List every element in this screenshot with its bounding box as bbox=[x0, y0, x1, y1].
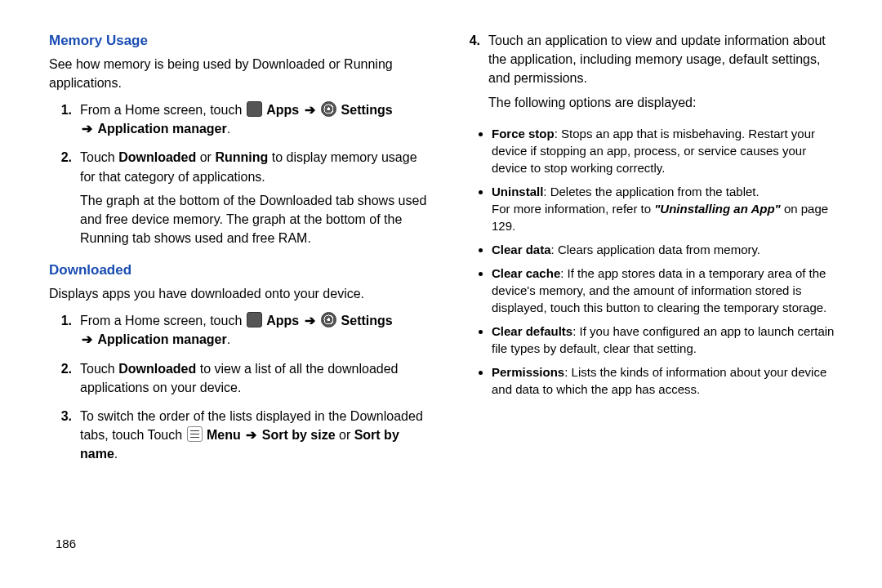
step-body: To switch the order of the lists display… bbox=[80, 407, 433, 469]
step-number: 2. bbox=[49, 359, 80, 402]
apps-label: Apps bbox=[266, 314, 299, 327]
settings-icon bbox=[321, 312, 336, 327]
step-number: 4. bbox=[457, 31, 488, 117]
step-body: Touch Downloaded to view a list of all t… bbox=[80, 359, 433, 402]
options-list: Force stop: Stops an app that is misbeha… bbox=[457, 125, 841, 398]
text: Touch an application to view and update … bbox=[488, 31, 841, 88]
list-item: Uninstall: Deletes the application from … bbox=[492, 183, 841, 234]
text: or bbox=[196, 150, 215, 164]
downloaded-label: Downloaded bbox=[118, 362, 196, 376]
step-body: Touch Downloaded or Running to display m… bbox=[80, 148, 433, 252]
menu-label: Menu bbox=[207, 428, 241, 442]
step-number: 2. bbox=[49, 148, 80, 252]
text: From a Home screen, touch bbox=[80, 314, 246, 327]
reference-title: "Uninstalling an App" bbox=[654, 202, 781, 216]
arrow-icon: ➔ bbox=[303, 314, 317, 327]
step-number: 3. bbox=[49, 407, 80, 469]
clear-cache-label: Clear cache bbox=[492, 266, 560, 280]
clear-defaults-label: Clear defaults bbox=[492, 324, 572, 338]
arrow-icon: ➔ bbox=[244, 428, 258, 442]
downloaded-intro: Displays apps you have downloaded onto y… bbox=[49, 284, 433, 303]
sort-size-label: Sort by size bbox=[262, 428, 336, 442]
right-steps: 4. Touch an application to view and upda… bbox=[457, 31, 841, 117]
permissions-label: Permissions bbox=[492, 365, 564, 379]
text: The graph at the bottom of the Downloade… bbox=[80, 191, 433, 248]
downloaded-steps: 1. From a Home screen, touch Apps ➔ Sett… bbox=[49, 311, 433, 468]
appmgr-label: Application manager bbox=[97, 332, 226, 346]
list-item: Clear data: Clears application data from… bbox=[492, 241, 841, 258]
list-item: Force stop: Stops an app that is misbeha… bbox=[492, 125, 841, 176]
settings-icon bbox=[321, 101, 336, 117]
text: : Deletes the application from the table… bbox=[543, 185, 759, 198]
arrow-icon: ➔ bbox=[303, 103, 317, 117]
heading-memory-usage: Memory Usage bbox=[49, 31, 433, 51]
clear-data-label: Clear data bbox=[492, 243, 551, 256]
apps-label: Apps bbox=[266, 103, 299, 117]
page-number: 186 bbox=[56, 537, 76, 550]
apps-icon bbox=[247, 101, 262, 117]
memory-steps: 1. From a Home screen, touch Apps ➔ Sett… bbox=[49, 100, 433, 252]
settings-label: Settings bbox=[341, 103, 393, 117]
list-item: Clear defaults: If you have configured a… bbox=[492, 323, 841, 357]
step-body: Touch an application to view and update … bbox=[488, 31, 841, 117]
memory-intro: See how memory is being used by Download… bbox=[49, 55, 433, 92]
downloaded-label: Downloaded bbox=[118, 150, 196, 164]
arrow-icon: ➔ bbox=[80, 332, 94, 346]
text: or bbox=[336, 428, 354, 442]
text: The following options are displayed: bbox=[488, 93, 841, 112]
arrow-icon: ➔ bbox=[80, 122, 94, 136]
step-number: 1. bbox=[49, 100, 80, 143]
left-column: Memory Usage See how memory is being use… bbox=[49, 31, 433, 506]
text: : Clears application data from memory. bbox=[551, 243, 761, 256]
running-label: Running bbox=[215, 150, 268, 164]
step-body: From a Home screen, touch Apps ➔ Setting… bbox=[80, 100, 433, 143]
text: Touch bbox=[80, 150, 118, 164]
text: From a Home screen, touch bbox=[80, 103, 246, 117]
appmgr-label: Application manager bbox=[97, 122, 226, 136]
menu-icon bbox=[187, 426, 203, 442]
heading-downloaded: Downloaded bbox=[49, 261, 433, 281]
text: Touch bbox=[80, 362, 118, 376]
list-item: Permissions: Lists the kinds of informat… bbox=[492, 363, 841, 398]
step-body: From a Home screen, touch Apps ➔ Setting… bbox=[80, 311, 433, 354]
text: For more information, refer to bbox=[492, 202, 654, 216]
manual-page: Memory Usage See how memory is being use… bbox=[0, 0, 882, 523]
step-number: 1. bbox=[49, 311, 80, 354]
list-item: Clear cache: If the app stores data in a… bbox=[492, 265, 841, 316]
uninstall-label: Uninstall bbox=[492, 185, 543, 198]
right-column: 4. Touch an application to view and upda… bbox=[457, 31, 841, 506]
force-stop-label: Force stop bbox=[492, 127, 555, 140]
apps-icon bbox=[247, 312, 262, 327]
settings-label: Settings bbox=[341, 314, 393, 327]
